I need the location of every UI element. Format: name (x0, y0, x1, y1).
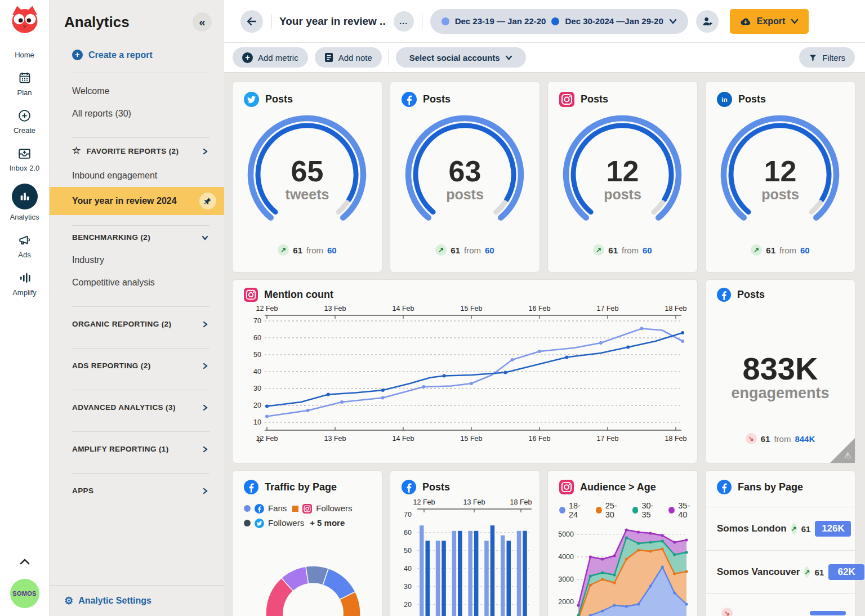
facebook-icon (717, 288, 731, 302)
share-user-button[interactable] (696, 10, 719, 33)
create-report-link[interactable]: + Create a report (72, 50, 224, 60)
svg-text:12 Feb: 12 Feb (256, 305, 278, 313)
rail-item-analytics[interactable]: Analytics (10, 184, 39, 221)
star-icon: ☆ (72, 145, 81, 157)
svg-text:70: 70 (253, 317, 261, 325)
svg-text:in: in (721, 96, 727, 104)
funnel-icon (809, 53, 817, 62)
change-indicator: ↗ 61 from 60 (233, 244, 382, 256)
collapse-caret-icon[interactable] (19, 557, 31, 568)
rail-item-home[interactable]: Home (15, 51, 34, 59)
legend-item-35-40[interactable]: 35-40 (668, 501, 697, 519)
fans-rows: Somos London ↗ 61 126K Somos Vancouver ↗… (706, 507, 855, 616)
sidebar-item-welcome[interactable]: Welcome (50, 80, 224, 102)
card-title: Posts (423, 93, 451, 105)
hootsuite-logo[interactable] (10, 5, 40, 36)
add-note-label: Add note (338, 53, 372, 63)
select-accounts-label: Select social accounts (409, 53, 500, 63)
legend-item-18-24[interactable]: 18-24 (559, 501, 588, 519)
card-title: Posts (422, 481, 450, 493)
create-report-label: Create a report (88, 50, 153, 60)
ellipsis-icon: ... (399, 16, 408, 26)
facebook-icon (717, 480, 732, 494)
date-range-2: Dec 30-2024 —Jan 29-20 (565, 16, 663, 26)
org-avatar[interactable]: SOMOS (10, 579, 39, 608)
instagram-icon (244, 288, 258, 302)
rail-bottom: SOMOS (10, 557, 39, 616)
change-value: 61 (814, 568, 824, 577)
svg-text:20: 20 (404, 601, 412, 609)
analytic-settings-link[interactable]: ⚙ Analytic Settings (50, 585, 224, 616)
sidebar-item-competitive-analysis[interactable]: Competitive analysis (50, 271, 224, 294)
sidebar-item-industry[interactable]: Industry (50, 249, 224, 271)
export-button[interactable]: Export (730, 9, 809, 34)
rail-label: Amplify (12, 288, 37, 297)
plus-circle-icon (17, 108, 32, 123)
select-social-accounts-button[interactable]: Select social accounts (396, 47, 526, 68)
metric-card-facebook-posts: Posts 63 posts ↗ 61 from 60 (390, 82, 539, 272)
section-label: ADVANCED ANALYTICS (3) (72, 403, 176, 412)
arrow-left-icon (246, 16, 257, 26)
change-value: 61 (608, 245, 618, 255)
section-amplify-reporting[interactable]: AMPLIFY REPORTING (1) (50, 438, 224, 461)
back-button[interactable] (240, 10, 263, 33)
rail-item-amplify[interactable]: Amplify (12, 270, 37, 297)
legend-label: 25-30 (605, 501, 625, 519)
rail-item-inbox[interactable]: Inbox 2.0 (10, 146, 40, 172)
previous-value: 60 (327, 245, 337, 255)
filters-button[interactable]: Filters (799, 47, 855, 68)
legend-item-twitter-followers[interactable]: Followers + 5 more (244, 516, 382, 530)
legend-item-30-35[interactable]: 30-35 (632, 501, 661, 519)
section-favorite-reports[interactable]: ☆ FAVORITE REPORTS (2) (50, 138, 224, 164)
legend-item-instagram-followers[interactable]: Followers (292, 501, 352, 516)
rail-item-create[interactable]: Create (14, 108, 35, 135)
sidebar-collapse-button[interactable]: « (193, 12, 212, 32)
svg-text:14 Feb: 14 Feb (393, 435, 414, 443)
legend-dot (244, 505, 251, 512)
legend-item-facebook-fans[interactable]: Fans (244, 501, 287, 516)
report-title: Your year in review .. (279, 15, 386, 28)
svg-text:60: 60 (404, 529, 412, 537)
more-options-button[interactable]: ... (394, 11, 414, 32)
add-note-button[interactable]: Add note (315, 47, 382, 68)
section-organic-reporting[interactable]: ORGANIC REPORTING (2) (50, 313, 224, 336)
legend-dot (668, 507, 675, 514)
svg-text:18 Feb: 18 Feb (665, 305, 687, 313)
section-label: FAVORITE REPORTS (2) (87, 147, 179, 155)
svg-text:16 Feb: 16 Feb (529, 305, 551, 313)
sidebar-item-inbound-engagement[interactable]: Inbound engagement (50, 164, 224, 187)
plus-icon: + (72, 50, 83, 60)
section-apps[interactable]: APPS (50, 479, 224, 502)
divider (72, 348, 209, 349)
svg-text:12 Feb: 12 Feb (256, 435, 278, 443)
chevron-down-icon[interactable] (791, 19, 799, 24)
rail-label: Home (15, 51, 34, 59)
card-title: Traffic by Page (265, 481, 337, 493)
rail-item-ads[interactable]: Ads (17, 233, 32, 259)
svg-text:17 Feb: 17 Feb (597, 435, 619, 443)
date-range-selector[interactable]: Dec 23-19 — Jan 22-20 Dec 30-2024 —Jan 2… (430, 9, 688, 34)
sidebar-item-all-reports[interactable]: All reports (30) (50, 102, 224, 125)
page-name: Somos London (717, 523, 787, 534)
report-toolbar: + Add metric Add note Select social acco… (224, 43, 865, 73)
metric-unit: tweets (233, 186, 382, 203)
trend-down-icon: ↘ (746, 433, 757, 444)
traffic-legend: Fans Followers Followers (244, 501, 382, 530)
pin-icon[interactable] (199, 193, 216, 209)
legend-item-25-30[interactable]: 25-30 (596, 501, 625, 519)
rail-item-plan[interactable]: Plan (17, 70, 32, 97)
section-advanced-analytics[interactable]: ADVANCED ANALYTICS (3) (50, 396, 224, 419)
main-area: Your year in review .. ... Dec 23-19 — J… (224, 0, 865, 616)
sidebar-item-year-in-review-active[interactable]: Your year in review 2024 (50, 187, 224, 215)
twitter-icon (255, 519, 264, 528)
fans-row-somos-london: Somos London ↗ 61 126K (706, 507, 855, 551)
trend-up-icon: ↗ (804, 566, 810, 578)
svg-text:5000: 5000 (558, 530, 574, 538)
card-title: Fans by Page (738, 481, 803, 493)
section-benchmarking[interactable]: BENCHMARKING (2) (50, 226, 224, 249)
section-ads-reporting[interactable]: ADS REPORTING (2) (50, 354, 224, 377)
period-2-dot (551, 17, 559, 25)
add-metric-button[interactable]: + Add metric (233, 47, 308, 68)
trend-up-icon: ↗ (278, 244, 289, 256)
traffic-donut-chart (233, 532, 382, 616)
